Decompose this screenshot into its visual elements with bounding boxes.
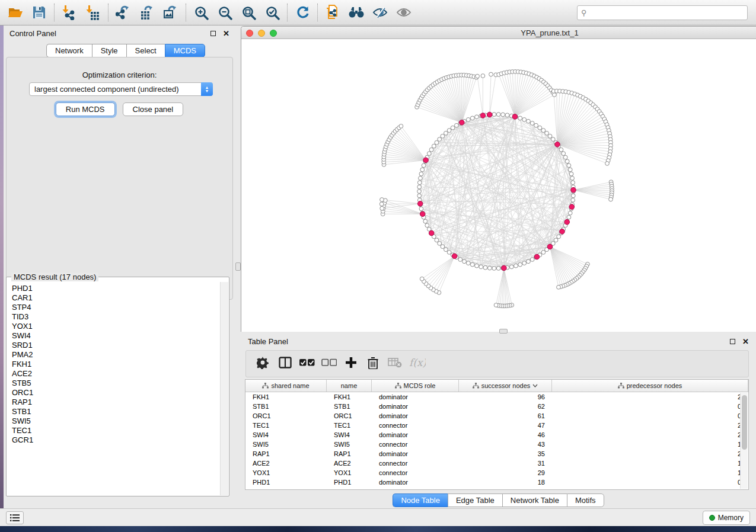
table-tab-node-table[interactable]: Node Table (393, 493, 448, 507)
zoom-in-button[interactable] (189, 2, 213, 23)
mcds-hub-node[interactable] (502, 265, 507, 271)
mcds-result-item[interactable]: SRD1 (12, 341, 220, 350)
table-scrollbar[interactable] (740, 393, 748, 489)
table-row[interactable]: FKH1FKH1dominator962 (245, 392, 748, 402)
table-tab-motifs[interactable]: Motifs (567, 493, 604, 507)
table-row[interactable]: ORC1ORC1dominator610 (245, 411, 748, 421)
new-network-from-selection-button[interactable] (321, 2, 344, 23)
window-close-traffic-light[interactable] (246, 30, 253, 37)
table-options-button[interactable] (252, 353, 274, 374)
mcds-hub-node[interactable] (555, 142, 560, 147)
table-tab-edge-table[interactable]: Edge Table (448, 493, 502, 507)
mcds-hub-node[interactable] (547, 244, 553, 249)
find-button[interactable] (344, 2, 368, 23)
mcds-result-item[interactable]: FKH1 (12, 360, 220, 369)
apply-layout-button[interactable] (291, 2, 314, 23)
table-panel-float-icon[interactable] (730, 339, 735, 344)
mcds-hub-node[interactable] (487, 112, 492, 117)
mcds-result-item[interactable]: SWI4 (12, 331, 220, 341)
zoom-out-button[interactable] (213, 2, 237, 23)
mcds-hub-node[interactable] (571, 187, 576, 193)
export-network-button[interactable] (111, 2, 135, 23)
control-panel-tab-select[interactable]: Select (126, 44, 165, 57)
mcds-result-item[interactable]: STP4 (12, 303, 220, 312)
mcds-result-item[interactable]: PMA2 (12, 350, 220, 360)
table-row[interactable]: TEC1TEC1connector472 (245, 421, 748, 430)
table-panel-close-icon[interactable]: ✕ (742, 337, 749, 346)
deselect-all-button[interactable] (318, 353, 340, 374)
window-zoom-traffic-light[interactable] (270, 30, 277, 37)
window-minimize-traffic-light[interactable] (258, 30, 265, 37)
table-row[interactable]: PHD1PHD1dominator180 (245, 477, 748, 487)
export-table-button[interactable] (135, 2, 159, 23)
table-tab-network-table[interactable]: Network Table (502, 493, 567, 507)
table-row[interactable]: STB1STB1dominator620 (245, 402, 748, 411)
control-panel-float-icon[interactable] (210, 31, 216, 36)
mcds-result-item[interactable]: RAP1 (12, 398, 220, 407)
mcds-result-item[interactable]: TEC1 (12, 426, 220, 435)
mcds-hub-node[interactable] (429, 230, 434, 236)
column-header-shared-name[interactable]: shared name (245, 380, 327, 392)
search-input[interactable] (589, 8, 744, 18)
control-panel-close-icon[interactable]: ✕ (223, 29, 229, 38)
table-row[interactable]: ACE2ACE2connector311 (245, 459, 748, 468)
run-mcds-button[interactable]: Run MCDS (56, 102, 115, 116)
open-file-button[interactable] (4, 2, 27, 23)
column-header-predecessor-nodes[interactable]: predecessor nodes (552, 380, 748, 392)
hide-selected-button[interactable] (368, 2, 392, 23)
mcds-result-item[interactable]: YOX1 (12, 322, 220, 331)
memory-button[interactable]: Memory (703, 511, 750, 525)
mcds-result-item[interactable]: PHD1 (12, 284, 220, 293)
vertical-split-grip[interactable] (235, 262, 241, 271)
table-row[interactable]: SWI5SWI5connector431 (245, 440, 748, 449)
create-column-button[interactable] (340, 353, 362, 374)
save-session-button[interactable] (27, 2, 51, 23)
network-canvas[interactable] (242, 39, 756, 332)
mcds-result-list[interactable]: PHD1CAR1STP4TID3YOX1SWI4SRD1PMA2FKH1ACE2… (7, 282, 220, 495)
export-image-button[interactable] (159, 2, 183, 23)
delete-column-button[interactable] (362, 353, 384, 374)
mcds-hub-node[interactable] (560, 229, 565, 234)
horizontal-split-grip[interactable] (499, 329, 508, 334)
column-header-successor-nodes[interactable]: successor nodes (459, 380, 552, 392)
mcds-hub-node[interactable] (512, 114, 518, 120)
mcds-hub-node[interactable] (564, 220, 570, 225)
mcds-result-item[interactable]: STB5 (12, 379, 220, 388)
mcds-hub-node[interactable] (534, 254, 540, 259)
select-all-button[interactable] (296, 353, 318, 374)
network-window-titlebar[interactable]: YPA_prune.txt_1 (241, 27, 756, 39)
optimization-criterion-select[interactable]: largest connected component (undirected)… (29, 82, 213, 96)
column-header-MCDS-role[interactable]: MCDS role (372, 380, 459, 392)
mcds-result-item[interactable]: ORC1 (12, 388, 220, 398)
close-panel-button[interactable]: Close panel (123, 102, 184, 116)
table-row[interactable]: SWI4SWI4dominator462 (245, 430, 748, 440)
mcds-result-item[interactable]: CAR1 (12, 293, 220, 303)
table-row[interactable]: RAP1RAP1dominator352 (245, 449, 748, 459)
mcds-hub-node[interactable] (420, 211, 425, 217)
task-history-button[interactable] (6, 511, 24, 524)
mcds-hub-node[interactable] (452, 254, 457, 259)
control-panel-tab-mcds[interactable]: MCDS (165, 44, 205, 57)
import-network-button[interactable] (58, 2, 81, 23)
mcds-hub-node[interactable] (423, 158, 429, 163)
mcds-result-item[interactable]: TID3 (12, 312, 220, 322)
mcds-hub-node[interactable] (480, 113, 486, 118)
mcds-hub-node[interactable] (417, 201, 423, 207)
column-visibility-button[interactable] (274, 353, 296, 374)
control-panel-tab-network[interactable]: Network (46, 44, 92, 57)
zoom-fit-button[interactable] (237, 2, 260, 23)
table-row[interactable]: YOX1YOX1connector291 (245, 468, 748, 477)
mcds-result-item[interactable]: GCR1 (12, 435, 220, 445)
mcds-result-scrollbar[interactable] (220, 282, 228, 495)
mcds-hub-node[interactable] (569, 204, 575, 210)
mcds-result-item[interactable]: STB1 (12, 407, 220, 416)
control-panel-tab-style[interactable]: Style (92, 44, 126, 57)
zoom-selected-button[interactable] (260, 2, 284, 23)
mcds-result-item[interactable]: SWI5 (12, 416, 220, 426)
column-header-name[interactable]: name (327, 380, 372, 392)
search-box[interactable]: ⚲ (577, 5, 748, 20)
mcds-result-item[interactable]: ACE2 (12, 369, 220, 379)
import-table-button[interactable] (81, 2, 105, 23)
show-all-button[interactable] (392, 2, 416, 23)
mcds-hub-node[interactable] (460, 120, 465, 126)
